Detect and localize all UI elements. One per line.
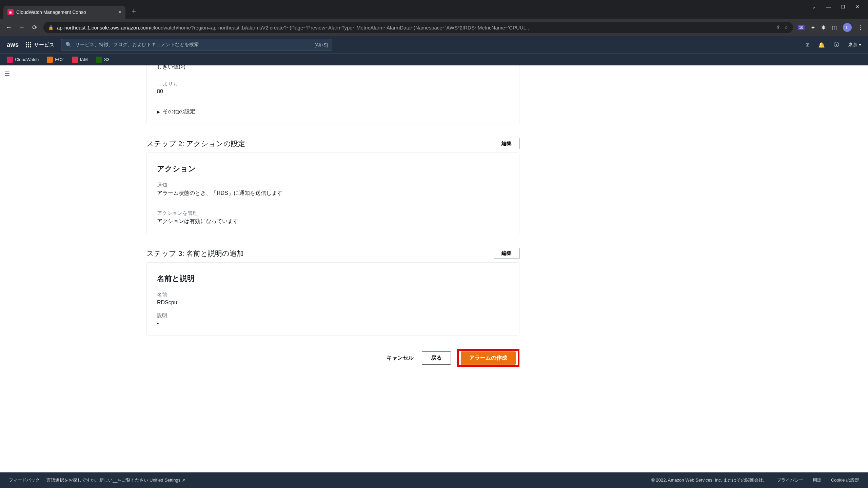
create-alarm-button[interactable]: アラームの作成 [461, 351, 516, 365]
cancel-button[interactable]: キャンセル [384, 352, 416, 364]
services-menu[interactable]: サービス [26, 42, 54, 48]
cloudwatch-favicon: ◉ [7, 9, 14, 15]
bookmark-cloudwatch[interactable]: CloudWatch [7, 57, 39, 63]
triangle-right-icon: ▶ [157, 109, 160, 114]
forward-button[interactable]: → [18, 24, 26, 31]
profile-avatar[interactable]: h [843, 23, 852, 32]
help-icon[interactable]: ⓘ [834, 41, 839, 48]
tab-title: CloudWatch Management Conso [16, 9, 116, 15]
extension-badge[interactable]: 10 [798, 25, 805, 30]
maximize-icon[interactable]: ❐ [841, 4, 845, 9]
minimize-icon[interactable]: ― [826, 4, 831, 9]
manage-actions-value: アクションは有効になっています [157, 218, 509, 225]
copyright-text: © 2022, Amazon Web Services, Inc. またはその関… [651, 477, 767, 483]
share-icon[interactable]: ⇪ [776, 24, 781, 30]
step2-edit-button[interactable]: 編集 [494, 138, 519, 149]
puzzle-icon[interactable]: ✱ [821, 24, 826, 31]
close-window-icon[interactable]: ✕ [855, 4, 860, 9]
privacy-link[interactable]: プライバシー [777, 477, 803, 483]
sidepanel-icon[interactable]: ◫ [832, 24, 837, 31]
notify-value: アラーム状態のとき、「RDS」に通知を送信します [157, 190, 509, 197]
cookie-settings-link[interactable]: Cookie の設定 [831, 477, 859, 483]
manage-actions-label: アクションを管理 [157, 210, 509, 217]
bookmark-ec2[interactable]: EC2 [47, 57, 63, 63]
alarm-name-label: 名前 [157, 292, 509, 298]
than-label: ... よりも [157, 81, 509, 87]
aws-logo[interactable]: aws [7, 42, 19, 48]
chevron-down-icon[interactable]: ⌄ [812, 4, 816, 9]
main-content: しきい値(>) ... よりも 80 ▶ その他の設定 ステップ 2: アクショ… [14, 65, 868, 472]
bookmark-s3[interactable]: S3 [96, 57, 110, 63]
cloudshell-icon[interactable]: ⎚ [806, 42, 809, 48]
extension-icon[interactable]: ✦ [811, 24, 815, 31]
alarm-desc-value: - [157, 320, 509, 326]
alarm-name-value: RDScpu [157, 300, 509, 306]
alarm-desc-label: 説明 [157, 312, 509, 319]
close-tab-icon[interactable]: × [118, 9, 121, 15]
feedback-link[interactable]: フィードバック [9, 477, 40, 483]
console-footer: フィードバック 言語選択をお探しですか。新しい__をご覧ください Unified… [0, 472, 868, 488]
browser-tab-strip: ◉ CloudWatch Management Conso × + ⌄ ― ❐ … [0, 0, 868, 19]
terms-link[interactable]: 用語 [813, 477, 822, 483]
region-selector[interactable]: 東京 ▾ [848, 42, 861, 48]
sidebar-toggle[interactable]: ☰ [0, 65, 14, 472]
other-settings-expander[interactable]: ▶ その他の設定 [157, 108, 509, 115]
annotation-highlight: アラームの作成 [457, 349, 519, 367]
new-tab-button[interactable]: + [129, 6, 139, 16]
address-bar-row: ← → ⟳ 🔒 ap-northeast-1.console.aws.amazo… [0, 19, 868, 36]
star-icon[interactable]: ☆ [784, 24, 788, 30]
step3-edit-button[interactable]: 編集 [494, 248, 519, 259]
service-bookmark-bar: CloudWatch EC2 IAM S3 [0, 53, 868, 65]
notify-label: 通知 [157, 182, 509, 188]
step2-title: ステップ 2: アクションの設定 [146, 139, 245, 148]
back-button[interactable]: 戻る [422, 351, 451, 365]
threshold-label: しきい値(>) [157, 65, 509, 70]
lock-icon: 🔒 [48, 25, 54, 30]
step3-title: ステップ 3: 名前と説明の追加 [146, 249, 244, 258]
bookmark-iam[interactable]: IAM [72, 57, 88, 63]
window-controls: ⌄ ― ❐ ✕ [812, 0, 868, 14]
browser-tab[interactable]: ◉ CloudWatch Management Conso × [3, 6, 125, 19]
notifications-icon[interactable]: 🔔 [818, 42, 825, 48]
reload-button[interactable]: ⟳ [31, 24, 39, 31]
url-text: ap-northeast-1.console.aws.amazon.com/cl… [57, 25, 773, 30]
aws-global-header: aws サービス 🔍 サービス、特徴、ブログ、およびドキュメントなどを検索 [A… [0, 36, 868, 53]
actions-panel-title: アクション [157, 164, 509, 174]
kebab-menu-icon[interactable]: ⋮ [858, 24, 863, 31]
unified-settings-link[interactable]: Unified Settings ↗ [150, 477, 185, 483]
grid-icon [26, 42, 31, 47]
lang-prompt: 言語選択をお探しですか。新しい__をご覧ください Unified Setting… [46, 477, 185, 483]
back-button[interactable]: ← [5, 24, 13, 31]
external-link-icon: ↗ [182, 478, 185, 483]
search-icon: 🔍 [65, 42, 72, 48]
name-desc-panel-title: 名前と説明 [157, 273, 509, 284]
threshold-value: 80 [157, 88, 509, 95]
aws-search-input[interactable]: 🔍 サービス、特徴、ブログ、およびドキュメントなどを検索 [Alt+S] [61, 39, 332, 50]
address-bar[interactable]: 🔒 ap-northeast-1.console.aws.amazon.com/… [43, 22, 793, 33]
